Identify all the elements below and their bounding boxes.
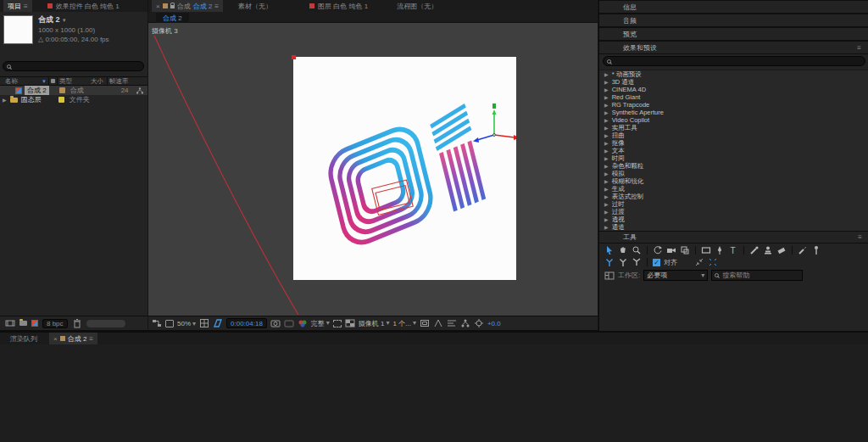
new-composition-icon[interactable]	[31, 320, 38, 327]
panel-menu-icon[interactable]: ≡	[89, 335, 93, 343]
comp-flowchart-icon[interactable]	[460, 318, 470, 328]
layer-corner-handle[interactable]	[292, 55, 296, 59]
channels-icon[interactable]	[298, 318, 308, 328]
viewer-canvas[interactable]: 摄像机 3	[148, 23, 598, 316]
snapshot-icon[interactable]	[270, 318, 281, 328]
effects-category[interactable]: ▶RG Trapcode	[599, 101, 868, 109]
effects-search-input[interactable]	[603, 56, 865, 66]
tab-layer[interactable]: 图层 白色 纯色 1	[318, 2, 368, 11]
comp-caret-icon[interactable]: ▼	[62, 18, 67, 23]
hand-tool[interactable]	[618, 245, 628, 255]
effects-category[interactable]: ▶表达式控制	[599, 193, 868, 200]
panel-tools[interactable]: 工具≡	[599, 231, 868, 243]
roto-brush-tool[interactable]	[798, 245, 808, 255]
workspace-dropdown[interactable]: 必要项▾	[643, 270, 708, 281]
snap-checkbox[interactable]: ✓	[653, 259, 660, 266]
active-camera-dropdown[interactable]: 摄像机 1▾	[359, 319, 390, 328]
label-col-icon[interactable]	[51, 79, 55, 83]
lock-icon[interactable]	[170, 5, 175, 8]
rotation-tool[interactable]	[653, 245, 663, 255]
help-search-input[interactable]: 搜索帮助	[711, 270, 803, 281]
shrink-icon[interactable]	[694, 257, 704, 267]
expand-icon[interactable]: ▶	[3, 97, 7, 103]
comp-usage-icon[interactable]	[136, 87, 144, 95]
label-chip[interactable]	[59, 87, 65, 93]
effects-category[interactable]: ▶Synthetic Aperture	[599, 109, 868, 116]
panel-menu-icon[interactable]: ≡	[214, 3, 219, 10]
fast-previews-icon[interactable]	[433, 318, 443, 328]
zoom-tool[interactable]	[632, 245, 642, 255]
timeline-button-icon[interactable]	[447, 318, 457, 328]
exposure-value[interactable]: +0.0	[487, 320, 501, 327]
project-row-comp[interactable]: 合成 2 合成 24	[0, 86, 147, 95]
col-rate[interactable]: 帧速率	[109, 77, 129, 86]
effects-category[interactable]: ▶Red Giant	[599, 93, 868, 101]
trash-icon[interactable]	[72, 318, 82, 328]
tab-effect-controls[interactable]: 效果控件 白色 纯色 1	[56, 2, 120, 11]
brush-tool[interactable]	[749, 245, 760, 255]
panel-menu-icon[interactable]: ≡	[857, 44, 861, 52]
view-axis-mode[interactable]	[632, 257, 642, 267]
effects-category[interactable]: ▶文本	[599, 147, 868, 154]
tab-project[interactable]: 项目≡	[3, 0, 32, 12]
project-columns-header[interactable]: 名称 ▼ 类型 大小 帧速率	[0, 76, 147, 86]
pen-tool[interactable]	[715, 245, 725, 255]
current-time-button[interactable]: 0:00:04:18	[226, 318, 267, 328]
panel-effects-presets[interactable]: 效果和预设≡	[599, 41, 868, 54]
panel-menu-icon[interactable]: ≡	[858, 233, 862, 241]
world-axis-mode[interactable]	[618, 257, 628, 267]
grid-guides-icon[interactable]	[199, 318, 209, 328]
col-size[interactable]: 大小	[91, 77, 103, 86]
panel-info[interactable]: 信息	[599, 0, 868, 14]
tab-timeline-comp[interactable]: × 合成 2 ≡	[49, 333, 97, 344]
screen-icon[interactable]	[165, 320, 174, 327]
type-tool[interactable]: T	[728, 245, 738, 255]
mask-visibility-icon[interactable]	[213, 318, 223, 328]
tab-composition[interactable]: × 合成 合成 2 ≡	[152, 0, 223, 12]
resolution-dropdown[interactable]: 完整▾	[311, 319, 330, 328]
comp-frame[interactable]	[293, 57, 516, 280]
effects-category[interactable]: ▶3D 通道	[599, 78, 868, 86]
camera-tool[interactable]	[666, 245, 676, 255]
effects-category[interactable]: ▶抠像	[599, 139, 868, 147]
exposure-icon[interactable]	[474, 318, 484, 328]
transparency-grid-icon[interactable]	[345, 318, 355, 328]
effects-category[interactable]: ▶过时	[599, 200, 868, 208]
panel-audio[interactable]: 音频	[599, 14, 868, 27]
project-row-folder[interactable]: ▶ 固态层 文件夹	[0, 95, 147, 104]
clone-stamp-tool[interactable]	[763, 245, 773, 255]
effects-category[interactable]: ▶通道	[599, 223, 868, 231]
effects-category[interactable]: ▶模糊和锐化	[599, 177, 868, 185]
col-type[interactable]: 类型	[59, 77, 72, 86]
show-snapshot-icon[interactable]	[284, 318, 294, 328]
effects-category[interactable]: ▶* 动画预设	[599, 70, 868, 78]
bit-depth-button[interactable]: 8 bpc	[42, 319, 68, 328]
rectangle-tool[interactable]	[701, 245, 711, 255]
magnification-dropdown[interactable]: 50%▾	[177, 320, 196, 327]
new-folder-icon[interactable]	[19, 321, 27, 326]
close-icon[interactable]: ×	[156, 3, 160, 10]
panel-preview[interactable]: 预览	[599, 27, 868, 41]
tab-render-queue[interactable]: 渲染队列	[10, 334, 37, 344]
tab-footage[interactable]: 素材（无）	[238, 2, 272, 11]
project-search-input[interactable]	[3, 61, 144, 71]
selection-tool[interactable]	[604, 245, 615, 255]
effects-category[interactable]: ▶过渡	[599, 208, 868, 215]
sort-icon[interactable]: ▼	[42, 79, 47, 84]
view-layout-dropdown[interactable]: 1 个...▾	[393, 319, 416, 328]
puppet-pin-tool[interactable]	[811, 245, 821, 255]
col-name[interactable]: 名称	[5, 77, 18, 86]
effects-category[interactable]: ▶实用工具	[599, 124, 868, 131]
tab-flowchart[interactable]: 流程图（无）	[397, 2, 437, 11]
eraser-tool[interactable]	[776, 245, 787, 255]
effects-category[interactable]: ▶CINEMA 4D	[599, 86, 868, 93]
pixel-aspect-icon[interactable]	[420, 318, 430, 328]
flowchart-button-icon[interactable]	[152, 318, 162, 328]
mask-expansion-icon[interactable]	[708, 257, 718, 267]
pan-behind-tool[interactable]	[680, 245, 690, 255]
effects-category[interactable]: ▶杂色和颗粒	[599, 162, 868, 170]
effects-category[interactable]: ▶扭曲	[599, 131, 868, 139]
interpret-footage-icon[interactable]	[5, 318, 15, 328]
region-of-interest-icon[interactable]	[333, 320, 342, 327]
panel-menu-icon[interactable]: ≡	[24, 3, 28, 10]
